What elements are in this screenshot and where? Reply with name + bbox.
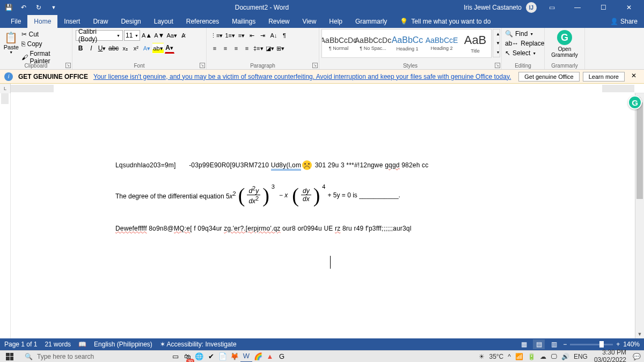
decrease-indent-button[interactable]: ⇤ [247,30,257,41]
wifi-icon[interactable]: 📶 [515,353,523,360]
underline-button[interactable]: U▾ [97,43,107,54]
tab-grammarly[interactable]: Grammarly [349,15,393,28]
get-genuine-button[interactable]: Get genuine Office [518,72,580,82]
grow-font-button[interactable]: A▲ [141,30,152,41]
tab-review[interactable]: Review [262,15,296,28]
style-title[interactable]: AaBTitle [459,29,491,57]
justify-button[interactable]: ≡ [242,43,252,54]
minimize-icon[interactable]: — [567,0,588,15]
borders-button[interactable]: ⊞▾ [276,43,286,54]
line-spacing-button[interactable]: ‡≡▾ [253,43,264,54]
vertical-scrollbar[interactable]: ▲ ▼ [635,93,644,338]
style-normal[interactable]: AaBbCcDc¶ Normal [322,29,355,57]
tab-insert[interactable]: Insert [57,15,86,28]
chrome-icon[interactable]: 🌈 [252,351,264,363]
spellcheck-icon[interactable]: 📖 [78,341,86,348]
styles-dialog-launcher[interactable]: ↘ [495,63,500,68]
language-indicator[interactable]: English (Philippines) [94,341,152,348]
notifications-icon[interactable]: 💬 [633,353,641,360]
task-view-icon[interactable]: ▭ [170,351,181,363]
avatar[interactable]: IJ [526,2,537,13]
scroll-down-icon[interactable]: ▼ [635,329,644,338]
multilevel-button[interactable]: ≡▾ [237,30,246,41]
learn-more-button[interactable]: Learn more [583,72,625,82]
zoom-slider[interactable] [570,344,613,345]
web-layout-icon[interactable]: ▥ [548,339,560,349]
shrink-font-button[interactable]: A▼ [153,30,165,41]
tray-chevron-icon[interactable]: ^ [508,353,511,360]
store-icon[interactable]: 🛍30 [181,351,193,363]
font-size-select[interactable]: 11▼ [124,30,140,41]
tab-draw[interactable]: Draw [86,15,114,28]
grammarly-icon[interactable]: G [557,30,572,45]
horizontal-ruler[interactable] [11,84,634,93]
font-name-select[interactable]: Calibri (Body)▼ [76,30,123,41]
battery-icon[interactable]: 🔋 [528,353,536,360]
grammarly-float-icon[interactable]: G [628,95,642,109]
print-layout-icon[interactable]: ▤ [533,339,545,349]
change-case-button[interactable]: Aa▾ [166,30,177,41]
copy-button[interactable]: ⎘Copy [20,40,70,48]
share-button[interactable]: 👤 Share [610,18,644,25]
ribbon-display-icon[interactable]: ▭ [541,0,562,15]
acrobat-icon[interactable]: ▲ [264,351,276,363]
sort-button[interactable]: A↓ [269,30,279,41]
font-color-button[interactable]: A▾ [165,43,174,54]
close-icon[interactable]: ✕ [618,0,640,15]
paste-button[interactable]: 📋 Paste ▼ [2,29,20,61]
todo-icon[interactable]: ✔ [205,351,217,363]
italic-button[interactable]: I [86,43,96,54]
weather-icon[interactable]: ☀ [479,353,485,360]
qat-more-icon[interactable]: ▼ [47,1,60,14]
numbering-button[interactable]: 1≡▾ [224,30,236,41]
zoom-value[interactable]: 140% [623,341,640,348]
maximize-icon[interactable]: ☐ [592,0,614,15]
clear-format-button[interactable]: A̷ [179,30,188,41]
scroll-thumb[interactable] [636,102,643,199]
save-icon[interactable]: 💾 [2,1,15,14]
paragraph-dialog-launcher[interactable]: ↘ [312,63,318,68]
zoom-out-button[interactable]: − [563,341,567,348]
edge-icon[interactable]: 🌐 [193,351,205,363]
find-button[interactable]: 🔍Find▼ [504,29,542,39]
zoom-in-button[interactable]: + [616,341,620,348]
font-dialog-launcher[interactable]: ↘ [200,63,205,68]
volume-icon[interactable]: 🔊 [561,353,569,360]
temperature[interactable]: 35°C [489,353,503,360]
style-nospacing[interactable]: AaBbCcDc¶ No Spac... [356,29,390,57]
replace-button[interactable]: ab↔Replace [504,39,542,48]
tab-file[interactable]: File [4,15,27,28]
page-viewport[interactable]: Lqsudnhlao203=9m] -03p99E90R0[9U3RM7210 … [11,93,644,338]
page-indicator[interactable]: Page 1 of 1 [4,341,37,348]
tab-layout[interactable]: Layout [148,15,180,28]
browser-icon[interactable]: 🦊 [229,351,240,363]
taskbar-search[interactable]: 🔍Type here to search [19,351,170,363]
clipboard-dialog-launcher[interactable]: ↘ [65,63,71,68]
align-right-button[interactable]: ≡ [231,43,241,54]
start-button[interactable] [0,351,19,363]
superscript-button[interactable]: x² [131,43,141,54]
style-heading2[interactable]: AaBbCcEHeading 2 [425,29,458,57]
subscript-button[interactable]: x₂ [120,43,130,54]
tab-home[interactable]: Home [27,15,57,28]
redo-icon[interactable]: ↻ [32,1,45,14]
read-mode-icon[interactable]: ▦ [518,339,530,349]
display-icon[interactable]: 🖵 [551,353,557,360]
style-heading1[interactable]: AaBbCcHeading 1 [391,29,424,57]
app-icon[interactable]: G [276,351,288,363]
select-button[interactable]: ↖Select▼ [504,48,542,58]
highlight-button[interactable]: ab▾ [152,43,163,54]
tab-view[interactable]: View [296,15,323,28]
zoom-handle[interactable] [599,341,604,348]
bullets-button[interactable]: ⋮≡▾ [210,30,223,41]
text-effects-button[interactable]: A▾ [142,43,151,54]
vertical-ruler[interactable] [0,93,11,338]
tell-me-search[interactable]: 💡 Tell me what you want to do [400,18,491,25]
cut-button[interactable]: ✂Cut [20,30,70,39]
bold-button[interactable]: B [76,43,85,54]
onedrive-icon[interactable]: ☁ [540,353,546,360]
increase-indent-button[interactable]: ⇥ [258,30,268,41]
word-icon[interactable]: W [240,351,252,363]
shading-button[interactable]: ◪▾ [265,43,275,54]
close-warning-icon[interactable]: ✕ [628,72,640,82]
